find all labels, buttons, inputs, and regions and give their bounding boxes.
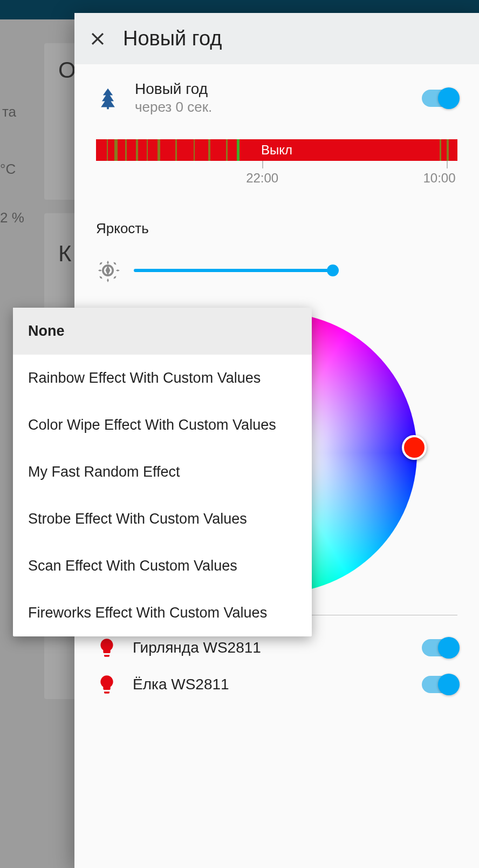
brightness-icon: [96, 259, 120, 282]
close-icon[interactable]: [87, 29, 108, 49]
lightbulb-icon: [96, 637, 118, 659]
effect-option[interactable]: My Fast Random Effect: [13, 449, 312, 496]
brightness-label: Яркость: [96, 220, 457, 237]
lightbulb-icon: [96, 674, 118, 695]
timeline-state-label: Выкл: [261, 143, 292, 158]
entity-subtext: через 0 сек.: [135, 99, 407, 116]
bg-heading: К: [58, 241, 72, 267]
effect-option[interactable]: Rainbow Effect With Custom Values: [13, 355, 312, 402]
bg-text: °C: [0, 161, 16, 178]
bg-text: та: [2, 104, 16, 120]
history-timeline[interactable]: Выкл 22:00 10:00: [96, 139, 457, 188]
effect-option[interactable]: None: [13, 308, 312, 355]
brightness-slider[interactable]: [134, 269, 333, 272]
dialog-title: Новый год: [123, 27, 222, 50]
pine-tree-icon: [96, 86, 120, 110]
effect-option[interactable]: Strobe Effect With Custom Values: [13, 496, 312, 542]
dialog-header: Новый год: [74, 13, 479, 64]
device-row: Ёлка WS2811: [96, 666, 457, 703]
device-name: Гирлянда WS2811: [133, 639, 407, 656]
entity-row: Новый год через 0 сек.: [96, 80, 457, 116]
timeline-tick: 10:00: [423, 171, 455, 186]
bg-heading: О: [58, 57, 77, 83]
power-toggle[interactable]: [422, 90, 457, 107]
device-toggle[interactable]: [422, 639, 457, 656]
device-name: Ёлка WS2811: [133, 676, 407, 693]
timeline-tick: 22:00: [246, 171, 278, 186]
effect-option[interactable]: Fireworks Effect With Custom Values: [13, 589, 312, 636]
bg-text: 2 %: [0, 209, 24, 226]
device-toggle[interactable]: [422, 676, 457, 693]
effect-option[interactable]: Scan Effect With Custom Values: [13, 542, 312, 589]
effect-option[interactable]: Color Wipe Effect With Custom Values: [13, 402, 312, 449]
effect-dropdown: None Rainbow Effect With Custom Values C…: [13, 308, 312, 636]
color-handle[interactable]: [402, 435, 427, 460]
entity-name: Новый год: [135, 80, 407, 98]
